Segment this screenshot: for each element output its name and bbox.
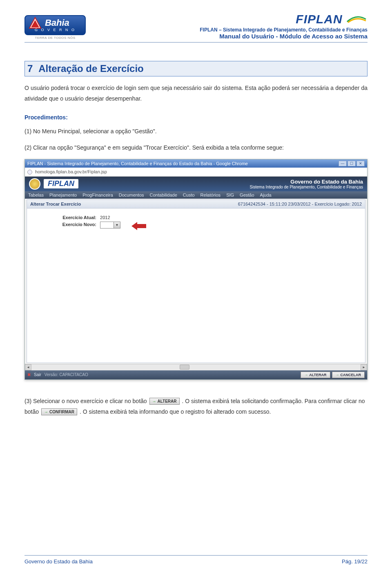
- bahia-sub: G O V E R N O: [29, 28, 82, 32]
- label-exercicio-novo: Exercício Novo:: [51, 222, 96, 227]
- inline-alterar-label: ALTERAR: [158, 399, 177, 403]
- value-exercicio-atual: 2012: [100, 215, 110, 220]
- globe-icon: [27, 170, 32, 175]
- arrow-right-icon: →: [336, 373, 339, 377]
- fiplan-logo-text: FIPLAN: [296, 12, 342, 26]
- gov-title: Governo do Estado da Bahia: [250, 179, 363, 185]
- inline-confirmar-button: →CONFIRMAR: [41, 408, 77, 415]
- step-1: (1) No Menu Principal, selecionar a opçã…: [24, 126, 368, 137]
- section-title-box: 7 Alteração de Exercício: [24, 61, 368, 76]
- bahia-name: Bahia: [43, 18, 69, 28]
- step-3-text-a: (3) Selecionar o novo exercício e clicar…: [24, 398, 149, 404]
- minimize-icon[interactable]: —: [339, 161, 347, 166]
- menu-gestao[interactable]: Gestão: [240, 193, 254, 197]
- step-3: (3) Selecionar o novo exercício e clicar…: [24, 396, 368, 417]
- menu-contabilidade[interactable]: Contabilidade: [150, 193, 177, 197]
- fiplan-swoosh-icon: [346, 12, 367, 20]
- step-3-text-c: . O sistema exibirá tela informando que …: [80, 408, 271, 415]
- header-subtitle-1: FIPLAN – Sistema Integrado de Planejamen…: [94, 27, 368, 33]
- bahia-tagline: TERRA DE TODOS NÓS: [24, 36, 86, 40]
- app-logo: FIPLAN: [44, 179, 78, 188]
- menu-custo[interactable]: Custo: [183, 193, 195, 197]
- menu-planejamento[interactable]: Planejamento: [49, 193, 77, 197]
- scroll-left-icon[interactable]: ◄: [25, 364, 31, 370]
- alterar-label: ALTERAR: [309, 373, 326, 377]
- intro-paragraph: O usuário poderá trocar o exercício de l…: [24, 83, 368, 104]
- maximize-icon[interactable]: ☐: [347, 161, 356, 166]
- close-icon[interactable]: ✕: [356, 161, 365, 166]
- page-header: Bahia G O V E R N O TERRA DE TODOS NÓS F…: [24, 12, 368, 40]
- url-text: homologa.fiplan.ba.gov.br/Fiplan.jsp: [35, 169, 107, 174]
- step-2: (2) Clicar na opção "Segurança" e em seg…: [24, 143, 368, 153]
- menu-sig[interactable]: SIG: [226, 193, 234, 197]
- address-bar[interactable]: homologa.fiplan.ba.gov.br/Fiplan.jsp: [25, 168, 367, 177]
- panel-header: Alterar Trocar Exercício 67164242534 - 1…: [27, 200, 365, 208]
- cancelar-label: CANCELAR: [341, 373, 361, 377]
- window-titlebar: FIPLAN - Sistema Integrado de Planejamen…: [25, 159, 367, 168]
- footer-rule: [24, 555, 368, 556]
- panel-title: Alterar Trocar Exercício: [30, 202, 81, 206]
- footer-left: Governo do Estado da Bahia: [24, 558, 93, 565]
- arrow-right-icon: →: [152, 399, 156, 403]
- menu-progfinanceira[interactable]: ProgFinanceira: [82, 193, 113, 197]
- gov-subtitle: Sistema Integrado de Planejamento, Conta…: [250, 185, 363, 189]
- panel-status: 67164242534 - 15:11:20 23/03/2012 - Exer…: [238, 202, 362, 206]
- content-panel: Alterar Trocar Exercício 67164242534 - 1…: [27, 199, 365, 363]
- chevron-down-icon[interactable]: ▼: [114, 222, 120, 228]
- exit-x-icon[interactable]: ✖: [27, 372, 31, 377]
- select-exercicio-novo[interactable]: ▼: [100, 222, 120, 229]
- alterar-button[interactable]: →ALTERAR: [301, 372, 330, 378]
- form-row-exercicio-atual: Exercício Atual: 2012: [27, 208, 365, 221]
- menu-documentos[interactable]: Documentos: [119, 193, 144, 197]
- scroll-thumb[interactable]: [180, 365, 189, 370]
- app-header: FIPLAN Governo do Estado da Bahia Sistem…: [25, 177, 367, 191]
- header-subtitle-2: Manual do Usuário - Módulo de Acesso ao …: [94, 33, 368, 40]
- section-title: Alteração de Exercício: [38, 63, 143, 74]
- section-number: 7: [27, 63, 33, 74]
- label-exercicio-atual: Exercício Atual:: [51, 215, 96, 220]
- form-row-exercicio-novo: Exercício Novo: ▼: [27, 221, 365, 229]
- annotation-arrow-icon: [131, 222, 146, 230]
- app-bottombar: ✖ Sair Versão: CAPACITACAO →ALTERAR →CAN…: [25, 370, 367, 379]
- arrow-right-icon: →: [44, 410, 48, 414]
- coat-of-arms-icon: [29, 178, 40, 190]
- screenshot-window: FIPLAN - Sistema Integrado de Planejamen…: [24, 159, 368, 380]
- bahia-triangle-icon: [29, 17, 42, 29]
- window-title: FIPLAN - Sistema Integrado de Planejamen…: [27, 161, 248, 166]
- page-footer: Governo do Estado da Bahia Pág. 19/22: [24, 558, 368, 565]
- footer-right: Pág. 19/22: [342, 558, 368, 565]
- header-rule: [24, 42, 368, 43]
- menu-ajuda[interactable]: Ajuda: [260, 193, 272, 197]
- logo-bahia: Bahia G O V E R N O TERRA DE TODOS NÓS: [24, 15, 86, 40]
- menu-relatorios[interactable]: Relatórios: [200, 193, 221, 197]
- svg-marker-2: [131, 222, 146, 230]
- horizontal-scrollbar[interactable]: ◄ ►: [25, 364, 367, 370]
- scroll-right-icon[interactable]: ►: [361, 364, 367, 370]
- scroll-track[interactable]: [31, 364, 361, 370]
- cancelar-button[interactable]: →CANCELAR: [332, 372, 365, 378]
- inline-alterar-button: →ALTERAR: [149, 398, 180, 405]
- version-label: Versão: CAPACITACAO: [45, 372, 88, 377]
- menu-tabelas[interactable]: Tabelas: [28, 193, 44, 197]
- sair-link[interactable]: Sair: [34, 372, 41, 377]
- arrow-right-icon: →: [304, 373, 308, 377]
- inline-confirmar-label: CONFIRMAR: [49, 410, 74, 414]
- fiplan-logo: FIPLAN: [94, 12, 368, 26]
- procedures-heading: Procedimentos:: [24, 114, 368, 121]
- menubar: Tabelas Planejamento ProgFinanceira Docu…: [25, 191, 367, 199]
